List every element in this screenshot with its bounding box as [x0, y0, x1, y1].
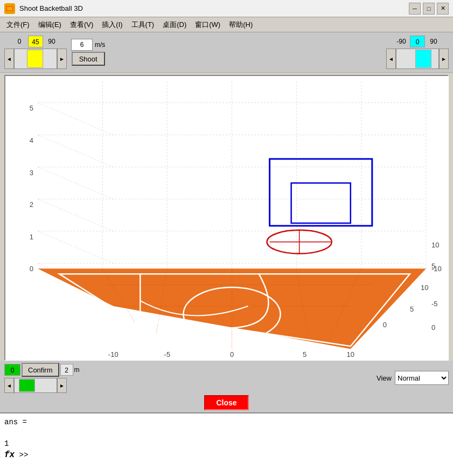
svg-text:-5: -5 [431, 300, 438, 308]
menu-edit[interactable]: 编辑(E) [34, 19, 66, 31]
angle-max-label: 90 [44, 38, 59, 45]
angle-value-label: 45 [28, 36, 43, 47]
cmd-prompt: >> [19, 451, 29, 459]
speed-unit-label: m/s [95, 41, 105, 49]
svg-text:10: 10 [431, 241, 439, 249]
m-label: m [74, 366, 80, 374]
svg-text:10: 10 [347, 350, 354, 358]
command-window: ans = 1 fx >> [0, 412, 453, 476]
azimuth-max-label: 90 [426, 38, 441, 45]
window-title: Shoot Backetball 3D [19, 4, 409, 12]
svg-text:0: 0 [383, 321, 387, 329]
maximize-button[interactable]: □ [423, 3, 435, 15]
z2-value-label: 2 [60, 364, 73, 376]
svg-text:4: 4 [30, 136, 33, 144]
menu-help[interactable]: 帮助(H) [225, 19, 257, 31]
view-select[interactable]: Normal 3D View Top Side [395, 371, 449, 385]
svg-text:-5: -5 [205, 358, 211, 360]
svg-text:-5: -5 [275, 358, 282, 360]
menu-view[interactable]: 查看(V) [66, 19, 97, 31]
minimize-button[interactable]: ─ [409, 3, 421, 15]
svg-text:1: 1 [30, 233, 33, 241]
plot-area: 0 1 2 3 4 5 -10 -5 0 5 10 -10 -5 0 5 10 … [4, 75, 449, 361]
azimuth-slider-track[interactable] [396, 49, 439, 69]
confirm-button[interactable]: Confirm [22, 363, 59, 377]
menu-desktop[interactable]: 桌面(D) [158, 19, 191, 31]
view-label: View [377, 374, 392, 382]
cmd-line-2 [4, 429, 449, 437]
toolbar: 0 45 90 ◄ ► m/s Shoot -90 0 90 [0, 32, 453, 73]
court-visualization: 0 1 2 3 4 5 -10 -5 0 5 10 -10 -5 0 5 10 … [5, 76, 448, 360]
menu-file[interactable]: 文件(F) [2, 19, 34, 31]
shoot-button[interactable]: Shoot [72, 52, 105, 66]
menubar: 文件(F) 编辑(E) 查看(V) 插入(I) 工具(T) 桌面(D) 窗口(W… [0, 17, 453, 32]
svg-text:10: 10 [421, 284, 428, 292]
z-right-arrow[interactable]: ► [57, 378, 67, 393]
svg-text:-5: -5 [164, 350, 171, 358]
menu-tools[interactable]: 工具(T) [127, 19, 159, 31]
azimuth-slider-group: -90 0 90 ◄ ► [386, 36, 449, 69]
speed-input[interactable] [71, 39, 93, 51]
fx-symbol: fx [4, 450, 15, 460]
window-controls: ─ □ ✕ [409, 3, 449, 15]
z-value-label: 0 [4, 364, 20, 376]
angle-min-label: 0 [12, 38, 27, 45]
svg-text:5: 5 [431, 262, 435, 270]
svg-text:5: 5 [410, 305, 414, 313]
svg-text:2: 2 [30, 201, 33, 209]
titlebar: Shoot Backetball 3D ─ □ ✕ [0, 0, 453, 17]
svg-text:5: 5 [303, 350, 306, 358]
app-icon [4, 3, 15, 14]
azimuth-right-arrow[interactable]: ► [439, 49, 449, 69]
close-button[interactable]: ✕ [437, 3, 449, 15]
azimuth-left-arrow[interactable]: ◄ [386, 49, 396, 69]
angle-left-arrow[interactable]: ◄ [4, 49, 14, 69]
svg-text:0: 0 [431, 323, 435, 332]
svg-text:5: 5 [30, 105, 33, 113]
angle-slider-group: 0 45 90 ◄ ► [4, 36, 67, 69]
z-slider-row: 0 Confirm 2 m ◄ ► View Normal 3D View [4, 363, 449, 393]
azimuth-min-label: -90 [394, 38, 409, 45]
speed-group: m/s Shoot [71, 39, 105, 66]
cmd-line-1: ans = [4, 418, 449, 426]
cmd-prompt-line: fx >> [4, 450, 449, 460]
menu-insert[interactable]: 插入(I) [97, 19, 127, 31]
z-left-arrow[interactable]: ◄ [4, 378, 14, 393]
svg-text:0: 0 [230, 350, 234, 358]
angle-right-arrow[interactable]: ► [57, 49, 67, 69]
view-group: View Normal 3D View Top Side [377, 371, 449, 385]
angle-slider-track[interactable] [14, 49, 57, 69]
svg-text:-10: -10 [108, 350, 119, 358]
menu-window[interactable]: 窗口(W) [191, 19, 225, 31]
azimuth-value-label: 0 [410, 36, 425, 47]
close-button[interactable]: Close [204, 395, 248, 410]
svg-text:0: 0 [30, 265, 33, 273]
z-slider-track[interactable] [14, 378, 57, 393]
cmd-line-3: 1 [4, 439, 449, 448]
svg-rect-1 [7, 7, 12, 10]
svg-text:3: 3 [30, 169, 33, 177]
